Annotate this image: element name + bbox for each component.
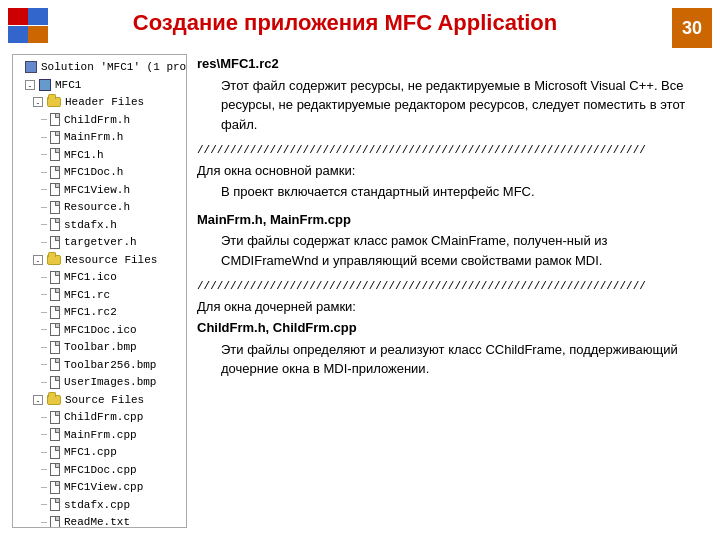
file-icon	[50, 516, 60, 528]
file-icon	[50, 446, 60, 459]
list-item: —MFC1.ico	[17, 269, 182, 286]
header-files-expand[interactable]: -	[33, 97, 43, 107]
resource-files-expand[interactable]: -	[33, 255, 43, 265]
tree-folder-resource: - Resource Files	[17, 252, 182, 269]
project-icon	[39, 79, 51, 91]
divider-2: ////////////////////////////////////////…	[197, 278, 708, 295]
svg-rect-0	[8, 8, 28, 25]
file-icon	[50, 411, 60, 424]
file-icon	[50, 131, 60, 144]
list-item: —MFC1.rc2	[17, 304, 182, 321]
tree-project: - MFC1	[17, 77, 182, 94]
list-item: —MFC1Doc.h	[17, 164, 182, 181]
file-icon	[50, 148, 60, 161]
svg-rect-2	[8, 26, 28, 43]
text-childfrm-desc-body: Эти файлы определяют и реализуют класс C…	[197, 340, 708, 379]
resource-files-label: Resource Files	[65, 252, 157, 269]
list-item: —Resource.h	[17, 199, 182, 216]
file-icon	[50, 428, 60, 441]
header-files-folder-icon	[47, 97, 61, 107]
tree-solution: Solution 'MFC1' (1 project)	[17, 59, 182, 76]
list-item: —MFC1View.h	[17, 182, 182, 199]
tree-folder-header: - Header Files	[17, 94, 182, 111]
list-item: —stdafx.h	[17, 217, 182, 234]
divider-1: ////////////////////////////////////////…	[197, 142, 708, 159]
list-item: —Toolbar.bmp	[17, 339, 182, 356]
file-icon	[50, 306, 60, 319]
text-childfrm-filename: ChildFrm.h, ChildFrm.cpp	[197, 318, 708, 338]
list-item: —ChildFrm.h	[17, 112, 182, 129]
file-icon	[50, 201, 60, 214]
section1-title: Для окна основной рамки:	[197, 161, 708, 181]
list-item: —MFC1Doc.ico	[17, 322, 182, 339]
list-item: —stdafx.cpp	[17, 497, 182, 514]
resource-files-folder-icon	[47, 255, 61, 265]
list-item: —Toolbar256.bmp	[17, 357, 182, 374]
corner-decoration	[8, 8, 48, 43]
text-mainfrm-desc: Эти файлы содержат класс рамок CMainFram…	[197, 231, 708, 270]
file-icon	[50, 271, 60, 284]
text-rc2-desc-body: Этот файл содержит ресурсы, не редактиру…	[197, 76, 708, 135]
solution-label: Solution 'MFC1' (1 project)	[41, 59, 187, 76]
file-icon	[50, 481, 60, 494]
text-mainfrm-filename: MainFrm.h, MainFrm.cpp	[197, 210, 708, 230]
list-item: —MFC1Doc.cpp	[17, 462, 182, 479]
list-item: —UserImages.bmp	[17, 374, 182, 391]
list-item: —MFC1.rc	[17, 287, 182, 304]
solution-icon	[25, 61, 37, 73]
file-tree-root: Solution 'MFC1' (1 project) - MFC1 - Hea…	[17, 59, 182, 528]
slide-title: Создание приложения MFC Application	[70, 10, 620, 36]
header-files-label: Header Files	[65, 94, 144, 111]
file-icon	[50, 463, 60, 476]
list-item: —targetver.h	[17, 234, 182, 251]
file-icon	[50, 376, 60, 389]
list-item: —ChildFrm.cpp	[17, 409, 182, 426]
source-files-expand[interactable]: -	[33, 395, 43, 405]
svg-rect-3	[28, 26, 48, 43]
text-rc2-desc: Этот файл содержит ресурсы, не редактиру…	[197, 76, 708, 135]
source-files-folder-icon	[47, 395, 61, 405]
file-icon	[50, 236, 60, 249]
list-item: —ReadMe.txt	[17, 514, 182, 528]
file-icon	[50, 113, 60, 126]
svg-rect-1	[28, 8, 48, 25]
file-icon	[50, 341, 60, 354]
project-label: MFC1	[55, 77, 81, 94]
file-tree-panel: Solution 'MFC1' (1 project) - MFC1 - Hea…	[12, 54, 187, 528]
source-files-label: Source Files	[65, 392, 144, 409]
section1-body-text: В проект включается стандартный интерфей…	[197, 182, 708, 202]
section1-body: В проект включается стандартный интерфей…	[197, 182, 708, 202]
list-item: —MainFrm.h	[17, 129, 182, 146]
project-expand[interactable]: -	[25, 80, 35, 90]
tree-folder-source: - Source Files	[17, 392, 182, 409]
file-icon	[50, 166, 60, 179]
main-text-area: res\MFC1.rc2 Этот файл содержит ресурсы,…	[197, 54, 708, 528]
file-icon	[50, 358, 60, 371]
file-icon	[50, 288, 60, 301]
list-item: —MFC1.cpp	[17, 444, 182, 461]
slide-content: Solution 'MFC1' (1 project) - MFC1 - Hea…	[0, 46, 720, 536]
file-icon	[50, 183, 60, 196]
file-icon	[50, 218, 60, 231]
list-item: —MainFrm.cpp	[17, 427, 182, 444]
slide-header: Создание приложения MFC Application	[0, 0, 720, 46]
section2-title: Для окна дочерней рамки:	[197, 297, 708, 317]
slide-number: 30	[672, 8, 712, 48]
text-mainfrm-desc-body: Эти файлы содержат класс рамок CMainFram…	[197, 231, 708, 270]
text-rc2-filename: res\MFC1.rc2	[197, 54, 708, 74]
text-childfrm-desc: Эти файлы определяют и реализуют класс C…	[197, 340, 708, 379]
file-icon	[50, 323, 60, 336]
file-icon	[50, 498, 60, 511]
list-item: —MFC1View.cpp	[17, 479, 182, 496]
list-item: —MFC1.h	[17, 147, 182, 164]
